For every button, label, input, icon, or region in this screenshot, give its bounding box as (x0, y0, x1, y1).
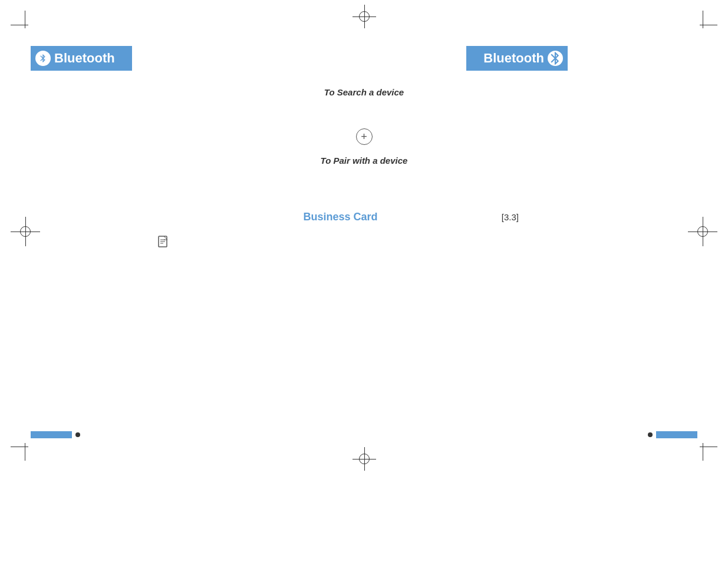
crop-mark-br-v (703, 443, 703, 461)
crop-mark-tl-h (11, 25, 28, 25)
registration-mark-bottom (353, 447, 376, 471)
crop-mark-bl-h (11, 447, 28, 447)
bar-dot-right (648, 432, 653, 437)
bluetooth-icon-left (35, 51, 51, 66)
version-label: [3.3] (502, 212, 519, 222)
bluetooth-icon-right (548, 51, 563, 66)
bar-dot-left (75, 432, 80, 437)
bluetooth-label-left: Bluetooth (54, 51, 115, 66)
registration-mark-mid-left (11, 217, 40, 246)
registration-mark-top (353, 5, 376, 28)
registration-mark-mid-right (688, 217, 717, 246)
add-device-icon: + (356, 128, 373, 145)
bar-rect-right (656, 431, 697, 438)
bluetooth-bar-left: Bluetooth (31, 46, 132, 71)
bluetooth-label-right: Bluetooth (483, 51, 544, 66)
crop-mark-bl-v (25, 443, 25, 461)
bluetooth-bar-right: Bluetooth (466, 46, 568, 71)
bottom-bar-left (31, 431, 80, 438)
business-card-label: Business Card (303, 211, 377, 223)
bar-rect-left (31, 431, 72, 438)
crop-mark-tr-v (703, 11, 703, 28)
search-label: To Search a device (324, 87, 404, 97)
document-icon (158, 236, 170, 250)
bottom-bar-right (648, 431, 697, 438)
pair-label: To Pair with a device (321, 156, 408, 166)
crop-mark-tl-v (25, 11, 25, 28)
